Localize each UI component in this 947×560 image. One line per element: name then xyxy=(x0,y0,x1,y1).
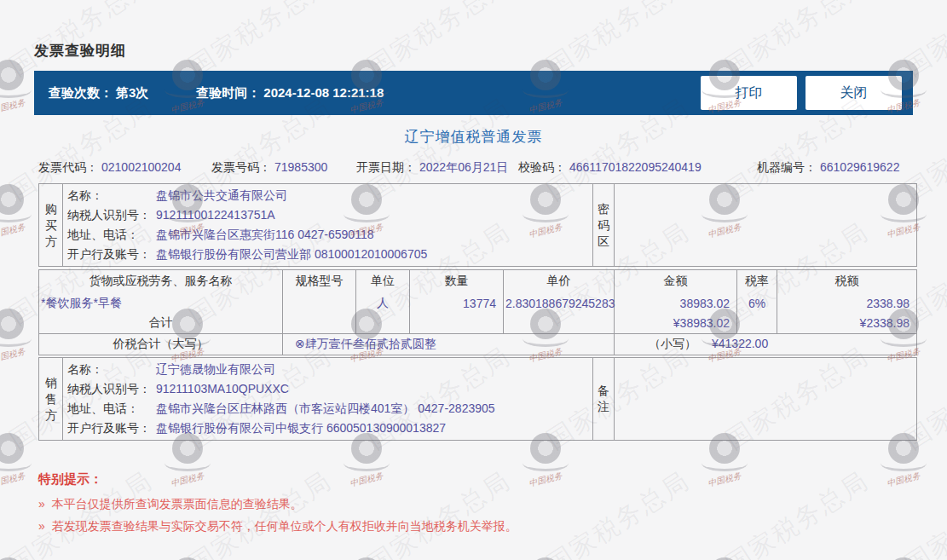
seller-taxid-row: 纳税人识别号：91211103MA10QPUXXC xyxy=(63,379,592,399)
item-tax-rate: 6% xyxy=(737,293,777,314)
item-unit-price: 2.830188679245283 xyxy=(504,293,615,314)
password-area-label: 密码区 xyxy=(593,184,615,267)
lowercase-label: （小写） xyxy=(649,337,696,350)
item-tax: 2338.98 xyxy=(777,293,917,314)
password-area-content xyxy=(615,184,917,267)
invoice-number: 发票号码：71985300 xyxy=(211,160,356,176)
header-amount: 金额 xyxy=(615,270,737,293)
header-unit: 单位 xyxy=(356,270,410,293)
buyer-address-row: 地址、电话：盘锦市兴隆台区惠宾街116 0427-6590118 xyxy=(63,225,592,245)
invoice-title: 辽宁增值税普通发票 xyxy=(34,127,913,147)
items-table: 货物或应税劳务、服务名称 规格型号 单位 数量 单价 金额 税率 税额 *餐饮服… xyxy=(38,269,917,355)
buyer-side-label: 购买方 xyxy=(39,184,63,267)
header-unit-price: 单价 xyxy=(504,270,615,293)
invoice-meta-row: 发票代码：021002100204 发票号码：71985300 开票日期：202… xyxy=(38,160,913,176)
buyer-taxid-row: 纳税人识别号：91211100122413751A xyxy=(63,205,592,225)
header-tax: 税额 xyxy=(777,270,917,293)
bullet-icon: » xyxy=(38,519,45,533)
item-unit: 人 xyxy=(356,293,410,314)
header-quantity: 数量 xyxy=(410,270,504,293)
item-quantity: 13774 xyxy=(410,293,504,314)
header-item-name: 货物或应税劳务、服务名称 xyxy=(39,270,283,293)
check-count-value: 第3次 xyxy=(116,85,148,100)
subtotal-row: 合计 ¥38983.02 ¥2338.98 xyxy=(39,314,917,334)
seller-side-label: 销售方 xyxy=(39,358,63,441)
seller-bank-row: 开户行及账号：盘锦银行股份有限公司中银支行 660050130900013827 xyxy=(63,419,592,438)
invoice-check-code: 校验码：46611701822095240419 xyxy=(518,160,757,176)
notice-item: »若发现发票查验结果与实际交易不符，任何单位或个人有权拒收并向当地税务机关举报。 xyxy=(38,520,913,532)
buyer-table: 购买方 名称：盘锦市公共交通有限公司 纳税人识别号：91211100122413… xyxy=(38,183,917,267)
invoice-date: 开票日期：2022年06月21日 xyxy=(356,160,518,176)
buyer-bank-row: 开户行及账号：盘锦银行股份有限公司营业部 08100012010006705 xyxy=(63,245,592,264)
seller-name-row: 名称：辽宁德晟物业有限公司 xyxy=(63,360,592,379)
seller-address-row: 地址、电话：盘锦市兴隆台区庄林路西（市客运站四楼401室） 0427-28239… xyxy=(63,399,592,419)
item-row: *餐饮服务*早餐 人 13774 2.830188679245283 38983… xyxy=(39,293,917,314)
grand-total-label: 价税合计（大写） xyxy=(39,334,283,355)
toolbar-buttons: 打印 关闭 xyxy=(701,76,902,110)
toolbar: 查验次数：第3次 查验时间：2024-12-08 12:21:18 打印 关闭 xyxy=(34,71,913,115)
check-count-label: 查验次数： xyxy=(49,85,113,100)
grand-total-uppercase: ⊗肆万壹仟叁佰贰拾贰圆整 xyxy=(283,334,615,355)
seller-content: 名称：辽宁德晟物业有限公司 纳税人识别号：91211103MA10QPUXXC … xyxy=(63,358,593,441)
invoice-code: 发票代码：021002100204 xyxy=(38,160,211,176)
header-tax-rate: 税率 xyxy=(737,270,777,293)
buyer-name-row: 名称：盘锦市公共交通有限公司 xyxy=(63,186,592,205)
item-name: *餐饮服务*早餐 xyxy=(39,293,283,314)
subtotal-tax: ¥2338.98 xyxy=(777,314,917,334)
remark-label: 备注 xyxy=(593,358,615,441)
check-time-value: 2024-12-08 12:21:18 xyxy=(263,85,384,100)
close-button[interactable]: 关闭 xyxy=(806,76,902,110)
notice-item: »本平台仅提供所查询发票票面信息的查验结果。 xyxy=(38,498,913,510)
notice-section: 特别提示： »本平台仅提供所查询发票票面信息的查验结果。 »若发现发票查验结果与… xyxy=(38,471,913,532)
page-title: 发票查验明细 xyxy=(34,0,913,61)
invoice-verification-page: 发票查验明细 查验次数：第3次 查验时间：2024-12-08 12:21:18… xyxy=(0,0,947,532)
items-header-row: 货物或应税劳务、服务名称 规格型号 单位 数量 单价 金额 税率 税额 xyxy=(39,270,917,293)
subtotal-amount: ¥38983.02 xyxy=(615,314,737,334)
subtotal-label: 合计 xyxy=(39,314,283,334)
header-spec: 规格型号 xyxy=(283,270,356,293)
check-count: 查验次数：第3次 xyxy=(49,85,148,101)
check-time: 查验时间：2024-12-08 12:21:18 xyxy=(196,85,384,101)
invoice-machine-number: 机器编号：661029619622 xyxy=(757,160,913,176)
grand-total-row: 价税合计（大写） ⊗肆万壹仟叁佰贰拾贰圆整 （小写）¥41322.00 xyxy=(39,334,917,355)
lowercase-value: ¥41322.00 xyxy=(712,337,768,350)
print-button[interactable]: 打印 xyxy=(701,76,797,110)
grand-total-lowercase: （小写）¥41322.00 xyxy=(615,334,917,355)
buyer-content: 名称：盘锦市公共交通有限公司 纳税人识别号：91211100122413751A… xyxy=(63,184,593,267)
seller-table: 销售方 名称：辽宁德晟物业有限公司 纳税人识别号：91211103MA10QPU… xyxy=(38,357,917,441)
bullet-icon: » xyxy=(38,497,45,511)
item-spec xyxy=(283,293,356,314)
check-time-label: 查验时间： xyxy=(196,85,260,100)
item-amount: 38983.02 xyxy=(615,293,737,314)
notice-title: 特别提示： xyxy=(38,471,913,488)
remark-content xyxy=(615,358,917,441)
